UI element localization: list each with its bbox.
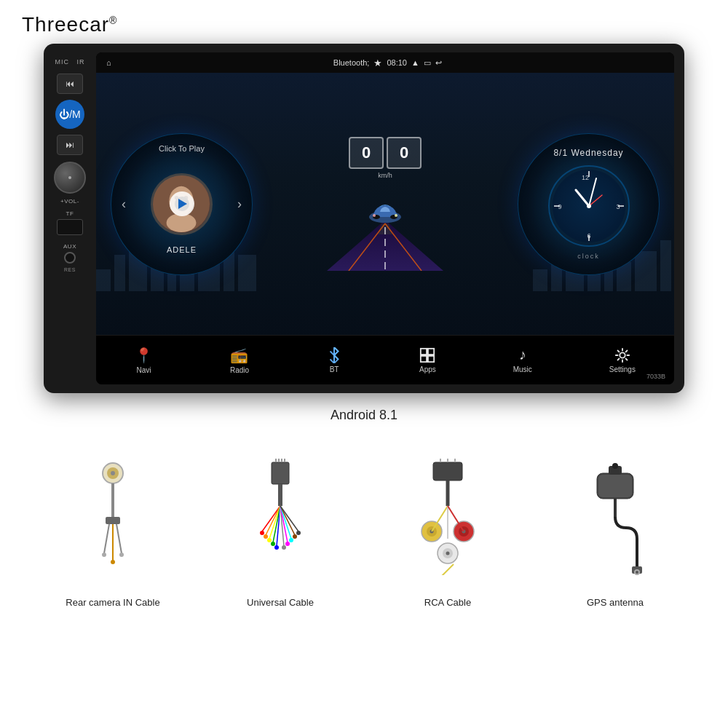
svg-text:12: 12 <box>581 174 588 181</box>
radio-icon: 📻 <box>230 347 248 364</box>
mic-ir-label: MIC IR <box>55 58 85 66</box>
time-display: 08:10 <box>387 58 407 67</box>
svg-point-87 <box>274 545 279 550</box>
play-button[interactable] <box>170 191 194 216</box>
volume-knob[interactable] <box>54 162 86 194</box>
status-center: Bluetooth; ★ 08:10 ▲ ▭ ↩ <box>333 58 442 68</box>
power-mode-button[interactable]: ⏻/M <box>55 100 84 129</box>
bluetooth-symbol: ★ <box>373 58 382 68</box>
svg-rect-66 <box>272 462 289 484</box>
nav-item-bt[interactable]: BT <box>317 344 351 376</box>
svg-point-93 <box>296 531 301 535</box>
speed-unit: km/h <box>378 172 392 179</box>
screen: ⌂ Bluetooth; ★ 08:10 ▲ ▭ ↩ <box>96 52 674 384</box>
speed-digit-2: 0 <box>400 143 408 162</box>
music-player-widget[interactable]: Click To Play ‹ <box>111 133 253 275</box>
svg-text:3: 3 <box>616 203 620 210</box>
universal-cable-icon <box>251 444 309 590</box>
settings-icon <box>614 347 630 363</box>
nav-item-settings[interactable]: Settings <box>601 344 644 376</box>
rear-camera-cable-label: Rear camera IN Cable <box>66 597 159 608</box>
accessories-section: Rear camera IN Cable <box>29 444 699 608</box>
res-label: RES <box>64 267 76 272</box>
svg-point-119 <box>636 571 638 574</box>
clock-label: clock <box>577 253 600 260</box>
music-label: Music <box>513 365 532 373</box>
svg-point-84 <box>264 534 268 539</box>
nav-item-apps[interactable]: Apps <box>411 344 445 376</box>
prev-button[interactable]: ‹ <box>122 197 126 212</box>
status-left: ⌂ <box>106 58 111 67</box>
brand-logo: Threecar® <box>22 13 117 36</box>
music-icon: ♪ <box>519 347 526 363</box>
speed-box-1: 0 <box>349 137 384 169</box>
android-version-label: Android 8.1 <box>0 408 728 423</box>
speed-digit-1: 0 <box>362 143 371 162</box>
brand-name: Threecar <box>22 13 109 36</box>
gps-antenna-svg <box>582 459 648 575</box>
vol-label: +VOL- <box>60 198 79 205</box>
clock-widget[interactable]: 8/1 Wednesday 12 3 6 9 <box>518 133 660 275</box>
svg-rect-15 <box>635 251 657 291</box>
svg-point-63 <box>102 553 106 557</box>
navi-icon: 📍 <box>135 347 153 364</box>
svg-point-35 <box>373 214 376 217</box>
bt-icon <box>326 347 342 363</box>
center-panel: 0 0 km/h <box>320 137 451 271</box>
svg-rect-50 <box>421 348 427 354</box>
svg-point-54 <box>620 352 625 357</box>
gps-antenna-label: GPS antenna <box>587 597 644 608</box>
universal-cable-svg <box>251 459 309 575</box>
svg-point-34 <box>395 214 397 217</box>
nav-item-navi[interactable]: 📍 Navi <box>126 344 162 377</box>
left-control-panel: MIC IR ⏮ ⏻/M ⏭ +VOL- TF AUX RES <box>44 52 96 384</box>
prev-track-button[interactable]: ⏮ <box>57 74 83 94</box>
album-art-wrapper <box>151 173 213 235</box>
nav-item-radio[interactable]: 📻 Radio <box>221 344 258 377</box>
main-display: Click To Play ‹ <box>96 73 674 335</box>
home-icon[interactable]: ⌂ <box>106 58 111 67</box>
click-to-play-label: Click To Play <box>159 144 205 153</box>
svg-point-86 <box>271 542 275 546</box>
signal-icon: ▲ <box>411 58 419 67</box>
status-bar: ⌂ Bluetooth; ★ 08:10 ▲ ▭ ↩ <box>96 52 674 73</box>
tf-slot[interactable] <box>57 219 83 235</box>
brand-trademark: ® <box>109 15 117 26</box>
aux-port[interactable] <box>64 252 76 264</box>
bt-label: BT <box>330 365 339 373</box>
bluetooth-icon: Bluetooth; <box>333 58 370 67</box>
nav-item-music[interactable]: ♪ Music <box>505 344 541 376</box>
svg-point-92 <box>293 534 297 539</box>
svg-point-88 <box>278 549 282 553</box>
svg-point-57 <box>111 471 115 475</box>
svg-rect-59 <box>106 517 120 524</box>
svg-rect-53 <box>428 355 434 361</box>
accessory-rca-cable: RCA Cable <box>375 444 521 608</box>
accessory-rear-camera: Rear camera IN Cable <box>40 444 186 608</box>
next-track-button[interactable]: ⏭ <box>57 135 83 155</box>
date-display: 8/1 Wednesday <box>553 148 623 158</box>
model-number: 7033B <box>646 373 665 380</box>
speed-box-2: 0 <box>387 137 422 169</box>
artist-name: ADELE <box>167 245 197 254</box>
svg-point-91 <box>289 538 293 542</box>
svg-point-65 <box>119 553 124 557</box>
music-inner: Click To Play ‹ <box>111 134 252 274</box>
rear-camera-cable-icon <box>84 444 142 590</box>
svg-point-115 <box>612 463 618 469</box>
svg-rect-0 <box>96 269 111 291</box>
back-icon: ↩ <box>435 58 442 68</box>
apps-label: Apps <box>419 365 436 373</box>
aux-label: AUX <box>63 243 76 250</box>
device-shell: MIC IR ⏮ ⏻/M ⏭ +VOL- TF AUX RES ⌂ Blueto… <box>44 44 684 393</box>
svg-point-49 <box>587 204 591 208</box>
svg-point-85 <box>267 538 272 542</box>
radio-label: Radio <box>230 366 249 374</box>
gps-antenna-icon <box>582 444 648 590</box>
svg-rect-51 <box>428 348 434 354</box>
next-button[interactable]: › <box>237 197 242 212</box>
svg-rect-52 <box>421 355 427 361</box>
svg-rect-113 <box>598 475 632 497</box>
svg-point-89 <box>282 545 286 550</box>
road-graphic <box>327 183 443 271</box>
